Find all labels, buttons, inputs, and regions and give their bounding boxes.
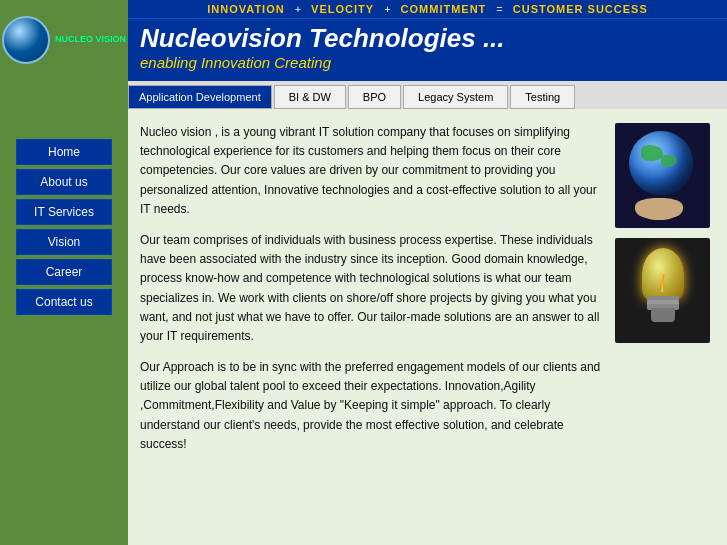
paragraph-1: Nucleo vision , is a young vibrant IT so…: [140, 123, 603, 219]
tabs-row: Application Development BI & DW BPO Lega…: [0, 81, 727, 109]
velocity-label: VELOCITY: [311, 3, 374, 15]
page-wrapper: NUCLEO VISION INNOVATION + VELOCITY + CO…: [0, 0, 727, 545]
logo-circle: [2, 16, 50, 64]
company-name: Nucleovision Technologies ...: [140, 23, 715, 54]
innovation-label: INNOVATION: [207, 3, 284, 15]
title-area: INNOVATION + VELOCITY + COMMITMENT = CUS…: [128, 0, 727, 81]
customer-success-label: CUSTOMER SUCCESS: [513, 3, 648, 15]
plus2: +: [384, 3, 390, 15]
tagline: enabling Innovation Creating: [140, 54, 715, 71]
tab-testing[interactable]: Testing: [510, 85, 575, 109]
tabs-container: Application Development BI & DW BPO Lega…: [128, 81, 727, 109]
commitment-label: COMMITMENT: [401, 3, 487, 15]
logo-area: NUCLEO VISION: [0, 0, 128, 80]
sidebar-item-home[interactable]: Home: [16, 139, 112, 165]
plus1: +: [295, 3, 301, 15]
sidebar-item-it-services[interactable]: IT Services: [16, 199, 112, 225]
main-layout: Home About us IT Services Vision Career …: [0, 109, 727, 545]
sidebar-item-about[interactable]: About us: [16, 169, 112, 195]
header-wrapper: NUCLEO VISION INNOVATION + VELOCITY + CO…: [0, 0, 727, 81]
sidebar-item-career[interactable]: Career: [16, 259, 112, 285]
sidebar-item-vision[interactable]: Vision: [16, 229, 112, 255]
sidebar-item-contact[interactable]: Contact us: [16, 289, 112, 315]
images-column: [615, 123, 715, 532]
equals: =: [496, 3, 502, 15]
sidebar: Home About us IT Services Vision Career …: [0, 109, 128, 545]
tabs-left-spacer: [0, 81, 128, 109]
tab-bpo[interactable]: BPO: [348, 85, 401, 109]
text-content: Nucleo vision , is a young vibrant IT so…: [140, 123, 603, 532]
company-info: Nucleovision Technologies ... enabling I…: [128, 19, 727, 81]
tab-application-development[interactable]: Application Development: [128, 85, 272, 109]
content-area: Nucleo vision , is a young vibrant IT so…: [128, 109, 727, 545]
tab-legacy-system[interactable]: Legacy System: [403, 85, 508, 109]
tab-bi-dw[interactable]: BI & DW: [274, 85, 346, 109]
earth-globe-image: [615, 123, 710, 228]
paragraph-2: Our team comprises of individuals with b…: [140, 231, 603, 346]
innovation-bar: INNOVATION + VELOCITY + COMMITMENT = CUS…: [128, 0, 727, 19]
paragraph-3: Our Approach is to be in sync with the p…: [140, 358, 603, 454]
lightbulb-image: [615, 238, 710, 343]
logo-text: NUCLEO VISION: [55, 34, 126, 46]
